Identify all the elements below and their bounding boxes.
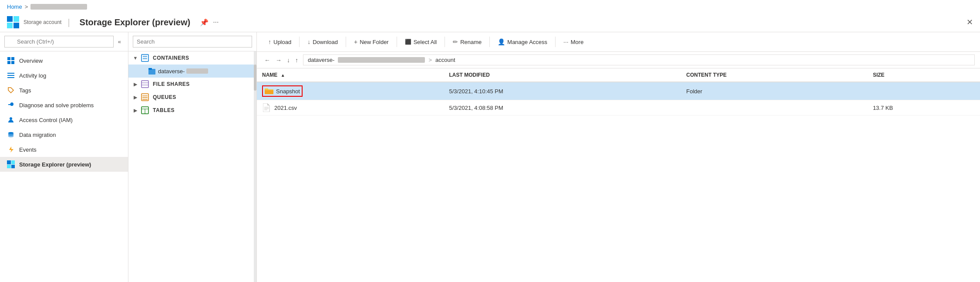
sidebar-item-diagnose[interactable]: Diagnose and solve problems [0,98,128,112]
manage-access-button[interactable]: 👤 Manage Access [493,36,552,48]
collapse-button[interactable]: « [115,36,124,48]
table-header-row: NAME ▲ LAST MODIFIED CONTENT TYPE SIZE [257,68,980,82]
cell-last-modified: 5/3/2021, 4:10:45 PM [444,82,681,100]
tree-scrollbar-thumb[interactable] [254,65,256,91]
tree-panel: ▼ CONTAINERS [128,32,257,282]
dataverse-name-blur [186,68,208,74]
page-title: Storage Explorer (preview) [80,17,191,27]
cell-name: 2021.csv [257,100,444,116]
back-button[interactable]: ← [262,55,273,65]
manage-access-icon: 👤 [498,38,505,45]
col-name[interactable]: NAME ▲ [257,68,444,82]
toolbar-separator [299,37,300,47]
person-icon [7,116,15,124]
queues-label: QUEUES [153,94,176,100]
download-button[interactable]: ↓ Download [303,36,342,48]
path-separator: > [428,57,432,63]
col-size[interactable]: SIZE [868,68,980,82]
down-button[interactable]: ↓ [285,55,292,65]
tree-node-tables[interactable]: ▶ TABLES [128,104,254,117]
table-row[interactable]: 2021.csv 5/3/2021, 4:08:58 PM 13.7 KB [257,100,980,116]
sidebar-item-storage-explorer[interactable]: Storage Explorer (preview) [0,157,128,172]
breadcrumb-account [30,4,87,10]
sidebar-item-activity-log[interactable]: Activity log [0,68,128,83]
expand-icon: ▶ [132,108,139,113]
toolbar-separator [445,37,445,47]
containers-label: CONTAINERS [153,55,189,61]
download-icon: ↓ [307,38,310,45]
titlebar-more-button[interactable]: ··· [213,18,219,26]
content-panel: ↑ Upload ↓ Download + New Folder ⬛ Selec… [257,32,980,282]
expand-icon: ▶ [132,82,139,87]
fileshares-label: FILE SHARES [153,81,190,87]
upload-icon: ↑ [268,38,271,45]
breadcrumb-home[interactable]: Home [7,3,22,10]
cell-content-type [681,100,868,116]
path-container: dataverse- [308,57,334,63]
file-list: NAME ▲ LAST MODIFIED CONTENT TYPE SIZE [257,68,980,282]
svg-rect-18 [142,95,148,96]
close-button[interactable]: ✕ [967,17,973,27]
up-button[interactable]: ↑ [293,55,300,65]
path-account: account [435,57,455,63]
container-item-icon [148,67,156,75]
explorer-icon [7,160,15,168]
more-icon: ··· [563,38,569,45]
svg-rect-5 [7,75,14,76]
forward-button[interactable]: → [273,55,284,65]
col-content-type[interactable]: CONTENT TYPE [681,68,868,82]
storage-account-label: Storage account [24,19,61,25]
file-row-name: 2021.csv [262,103,439,112]
table-row[interactable]: Snapshot 5/3/2021, 4:10:45 PM Folder [257,82,980,100]
svg-rect-19 [142,97,148,98]
more-button[interactable]: ··· More [559,36,588,48]
snapshot-name: Snapshot [276,88,300,95]
file-row-name: Snapshot [262,85,439,97]
containers-icon [141,54,149,62]
tables-icon [141,106,149,115]
path-container-blur [338,57,425,63]
sidebar: 🔍 « Overview Activity log [0,32,128,282]
sidebar-item-label: Events [19,146,37,153]
sidebar-item-access-control[interactable]: Access Control (IAM) [0,112,128,127]
cell-size [868,82,980,100]
select-all-button[interactable]: ⬛ Select All [401,36,441,48]
select-all-icon: ⬛ [405,39,411,45]
toolbar-separator [489,37,490,47]
file-icon [262,103,271,112]
tree-node-file-shares[interactable]: ▶ FILE SHARES [128,78,254,91]
rename-button[interactable]: ✏ Rename [448,36,486,48]
tree-node-dataverse[interactable]: dataverse- [128,65,254,78]
tree-node-queues[interactable]: ▶ QUEUES [128,91,254,104]
upload-button[interactable]: ↑ Upload [264,36,296,48]
sidebar-item-data-migration[interactable]: Data migration [0,127,128,142]
rename-icon: ✏ [453,38,458,45]
file-table: NAME ▲ LAST MODIFIED CONTENT TYPE SIZE [257,68,980,116]
svg-rect-0 [7,57,10,60]
tree-scrollbar[interactable] [254,51,256,282]
sidebar-item-overview[interactable]: Overview [0,53,128,68]
address-bar: ← → ↓ ↑ dataverse- > account [257,52,980,68]
new-folder-button[interactable]: + New Folder [350,36,393,48]
tree-node-containers[interactable]: ▼ CONTAINERS [128,51,254,65]
sidebar-item-label: Storage Explorer (preview) [19,161,91,168]
sidebar-item-label: Data migration [19,132,56,138]
grid-icon [7,57,15,65]
address-path[interactable]: dataverse- > account [303,54,975,65]
col-last-modified[interactable]: LAST MODIFIED [444,68,681,82]
list-icon [7,71,15,79]
breadcrumb-sep: > [25,3,28,10]
folder-icon [265,87,273,95]
pin-button[interactable]: 📌 [200,18,209,27]
svg-rect-14 [141,81,148,88]
sidebar-item-tags[interactable]: Tags [0,83,128,98]
tree-search [128,32,256,51]
tree-scroll: ▼ CONTAINERS [128,51,254,282]
wrench-icon [7,101,15,109]
tag-icon [7,86,15,94]
tree-search-input[interactable] [133,36,252,48]
db-icon [7,131,15,139]
cell-size: 13.7 KB [868,100,980,116]
sidebar-item-events[interactable]: Events [0,142,128,157]
sidebar-search-input[interactable] [4,36,114,48]
